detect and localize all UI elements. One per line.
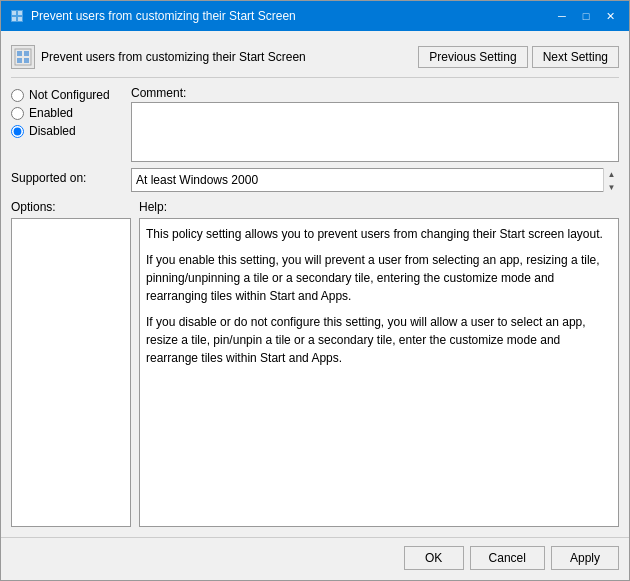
ok-button[interactable]: OK — [404, 546, 464, 570]
radio-not-configured[interactable]: Not Configured — [11, 88, 131, 102]
policy-title-row: Prevent users from customizing their Sta… — [11, 45, 306, 69]
minimize-button[interactable]: ─ — [551, 7, 573, 25]
previous-setting-button[interactable]: Previous Setting — [418, 46, 527, 68]
help-paragraph-2: If you enable this setting, you will pre… — [146, 251, 612, 305]
comment-textarea[interactable] — [131, 102, 619, 162]
help-paragraph-1: This policy setting allows you to preven… — [146, 225, 612, 243]
title-bar: Prevent users from customizing their Sta… — [1, 1, 629, 31]
main-content: Not Configured Enabled Disabled Comment: — [11, 86, 619, 527]
svg-rect-2 — [18, 11, 22, 15]
apply-button[interactable]: Apply — [551, 546, 619, 570]
supported-value-container: At least Windows 2000 ▲ ▼ — [131, 168, 619, 192]
radio-disabled[interactable]: Disabled — [11, 124, 131, 138]
dialog-body: Prevent users from customizing their Sta… — [1, 31, 629, 537]
policy-title-icon — [9, 8, 25, 24]
title-bar-controls: ─ □ ✕ — [551, 7, 621, 25]
supported-scrollbar: ▲ ▼ — [603, 168, 619, 192]
svg-rect-1 — [12, 11, 16, 15]
policy-header: Prevent users from customizing their Sta… — [11, 39, 619, 78]
radio-disabled-input[interactable] — [11, 125, 24, 138]
svg-rect-9 — [24, 58, 29, 63]
main-dialog: Prevent users from customizing their Sta… — [0, 0, 630, 581]
scroll-up-arrow[interactable]: ▲ — [606, 168, 618, 181]
svg-rect-6 — [17, 51, 22, 56]
cancel-button[interactable]: Cancel — [470, 546, 545, 570]
help-box: This policy setting allows you to preven… — [139, 218, 619, 527]
comment-textarea-wrapper — [131, 102, 619, 162]
radio-group: Not Configured Enabled Disabled — [11, 86, 131, 162]
supported-label: Supported on: — [11, 168, 131, 185]
radio-enabled[interactable]: Enabled — [11, 106, 131, 120]
title-bar-text: Prevent users from customizing their Sta… — [31, 9, 296, 23]
help-section: Help: This policy setting allows you to … — [139, 200, 619, 527]
dialog-footer: OK Cancel Apply — [1, 537, 629, 580]
radio-comment-row: Not Configured Enabled Disabled Comment: — [11, 86, 619, 162]
svg-rect-3 — [12, 17, 16, 21]
svg-rect-4 — [18, 17, 22, 21]
radio-not-configured-input[interactable] — [11, 89, 24, 102]
close-button[interactable]: ✕ — [599, 7, 621, 25]
help-paragraph-3: If you disable or do not configure this … — [146, 313, 612, 367]
policy-icon — [11, 45, 35, 69]
supported-row: Supported on: At least Windows 2000 ▲ ▼ — [11, 168, 619, 192]
next-setting-button[interactable]: Next Setting — [532, 46, 619, 68]
options-box — [11, 218, 131, 527]
help-label: Help: — [139, 200, 619, 214]
svg-rect-7 — [24, 51, 29, 56]
supported-value: At least Windows 2000 — [131, 168, 619, 192]
svg-rect-8 — [17, 58, 22, 63]
comment-label: Comment: — [131, 86, 619, 100]
maximize-button[interactable]: □ — [575, 7, 597, 25]
title-bar-left: Prevent users from customizing their Sta… — [9, 8, 296, 24]
radio-enabled-input[interactable] — [11, 107, 24, 120]
options-label: Options: — [11, 200, 131, 214]
options-help-row: Options: Help: This policy setting allow… — [11, 200, 619, 527]
nav-buttons: Previous Setting Next Setting — [418, 46, 619, 68]
policy-title-text: Prevent users from customizing their Sta… — [41, 50, 306, 64]
scroll-down-arrow[interactable]: ▼ — [606, 181, 618, 194]
comment-section: Comment: — [131, 86, 619, 162]
options-section: Options: — [11, 200, 131, 527]
